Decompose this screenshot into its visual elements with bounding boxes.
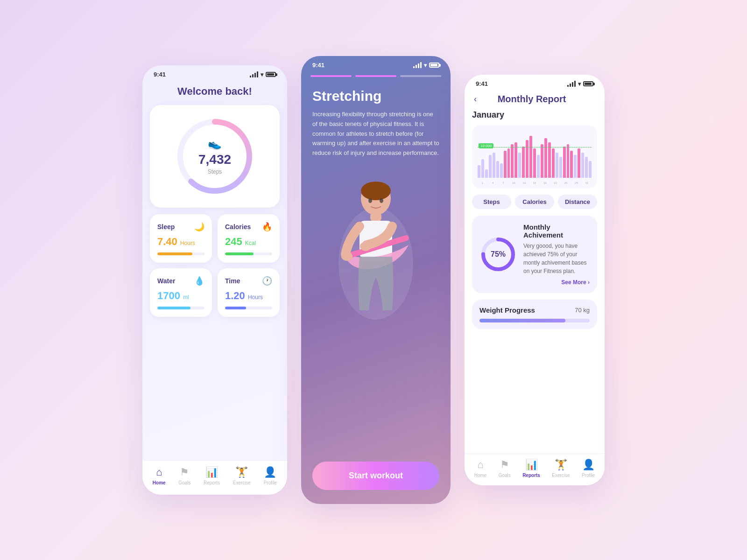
chart-bar-16 <box>533 133 536 178</box>
chart-bar-10 <box>511 133 514 178</box>
filter-distance[interactable]: Distance <box>558 195 597 209</box>
status-bar-3: 9:41 ▾ <box>465 75 605 90</box>
bar-fill-10 <box>511 144 514 178</box>
achievement-description: Very goood, you have achieved 75% of you… <box>523 242 590 275</box>
chart-bar-17 <box>537 133 540 178</box>
steps-card: 👟 7,432 Steps <box>150 105 280 208</box>
bar-fill-2 <box>481 159 484 178</box>
workout-progress-tabs <box>301 71 451 81</box>
chart-bar-1 <box>478 133 480 178</box>
bar-fill-17 <box>537 155 540 178</box>
nav-home-3[interactable]: ⌂ Home <box>474 459 487 478</box>
filter-steps[interactable]: Steps <box>472 195 511 209</box>
achievement-circle: 75% <box>479 236 517 273</box>
nav-reports-3[interactable]: 📊 Reports <box>522 459 540 478</box>
chart-bar-29 <box>581 133 584 178</box>
nav-goals-label-3: Goals <box>499 473 511 478</box>
nav-profile-1[interactable]: 👤 Profile <box>264 466 277 485</box>
chart-bar-6 <box>496 133 499 178</box>
back-button[interactable]: ‹ <box>474 94 477 104</box>
nav-exercise-label-1: Exercise <box>233 480 251 485</box>
steps-label: Steps <box>208 168 222 175</box>
time-2: 9:41 <box>312 62 324 69</box>
start-workout-button[interactable]: Start workout <box>312 462 439 490</box>
clock-icon: 🕐 <box>262 276 272 286</box>
wifi-icon-3: ▾ <box>578 81 581 87</box>
signal-icon-1 <box>250 71 258 77</box>
nav-reports-1[interactable]: 📊 Reports <box>204 466 220 485</box>
nav-home-1[interactable]: ⌂ Home <box>153 466 166 485</box>
phone-3: 9:41 ▾ ‹ Monthly Report January 10 000 1… <box>465 75 605 485</box>
bar-fill-4 <box>489 155 492 178</box>
chart-bar-7 <box>500 133 503 178</box>
date-label-1: 1 <box>478 182 487 184</box>
chart-bar-13 <box>522 133 525 178</box>
nav-goals-label-1: Goals <box>178 480 190 485</box>
nav-profile-3[interactable]: 👤 Profile <box>582 459 595 478</box>
chart-bar-20 <box>548 133 551 178</box>
battery-icon-2 <box>429 63 439 68</box>
signal-icon-2 <box>413 62 422 68</box>
chart-bar-19 <box>544 133 547 178</box>
bar-fill-23 <box>559 157 562 178</box>
time-title: Time <box>225 277 240 285</box>
nav-goals-1[interactable]: ⚑ Goals <box>178 466 190 485</box>
nav-goals-3[interactable]: ⚑ Goals <box>499 459 511 478</box>
water-value: 1700 ml <box>157 290 204 302</box>
calories-card: Calories 🔥 245 Kcal <box>218 214 280 263</box>
home-icon-1: ⌂ <box>156 466 162 478</box>
bar-fill-22 <box>556 153 558 178</box>
bar-fill-16 <box>533 148 536 178</box>
chart-bar-4 <box>489 133 492 178</box>
filter-calories[interactable]: Calories <box>515 195 554 209</box>
chart-bar-26 <box>570 133 573 178</box>
footprints-icon: 👟 <box>198 137 231 150</box>
wifi-icon-2: ▾ <box>424 62 427 69</box>
bar-fill-1 <box>478 165 480 178</box>
nav-profile-label-1: Profile <box>264 480 277 485</box>
time-bar <box>225 307 246 309</box>
profile-icon-1: 👤 <box>264 466 276 478</box>
bar-fill-9 <box>507 148 510 178</box>
bar-fill-3 <box>485 169 488 178</box>
signal-icon-3 <box>567 81 576 87</box>
calories-bar <box>225 252 254 255</box>
svg-point-7 <box>341 252 352 261</box>
date-label-22: 22 <box>551 182 560 184</box>
nav-exercise-3[interactable]: 🏋 Exercise <box>552 459 570 478</box>
svg-point-9 <box>368 198 372 203</box>
chart-bar-24 <box>563 133 566 178</box>
goals-icon-1: ⚑ <box>180 466 189 478</box>
chart-bar-12 <box>518 133 521 178</box>
bar-fill-5 <box>493 153 495 178</box>
bar-fill-15 <box>529 136 532 178</box>
battery-icon-3 <box>583 81 593 86</box>
nav-home-label-3: Home <box>474 473 487 478</box>
wifi-icon-1: ▾ <box>261 71 263 78</box>
home-icon-3: ⌂ <box>477 459 483 471</box>
time-value: 1.20 Hours <box>225 290 272 302</box>
chart-bar-2 <box>481 133 484 178</box>
chart-bar-18 <box>541 133 543 178</box>
nav-reports-label-1: Reports <box>204 480 220 485</box>
nav-reports-label-3: Reports <box>522 473 540 478</box>
bar-fill-24 <box>563 147 566 178</box>
start-workout-container: Start workout <box>301 454 451 504</box>
chart-bar-15 <box>529 133 532 178</box>
see-more-button[interactable]: See More › <box>523 279 590 286</box>
svg-rect-5 <box>370 212 381 222</box>
report-title: Monthly Report <box>480 94 595 105</box>
achievement-card: 75% Monthly Achivement Very goood, you h… <box>472 216 597 293</box>
status-icons-3: ▾ <box>567 81 593 87</box>
stats-grid: Sleep 🌙 7.40 Hours Calories 🔥 245 Kcal W… <box>150 214 280 317</box>
calories-value: 245 Kcal <box>225 236 272 248</box>
nav-exercise-1[interactable]: 🏋 Exercise <box>233 466 251 485</box>
svg-point-4 <box>361 182 391 200</box>
steps-center: 👟 7,432 Steps <box>198 137 231 175</box>
report-header: ‹ Monthly Report <box>465 90 605 110</box>
water-bar <box>157 307 190 309</box>
chart-bar-11 <box>514 133 517 178</box>
steps-circle: 👟 7,432 Steps <box>173 114 257 198</box>
bar-fill-28 <box>578 148 580 178</box>
bar-fill-30 <box>585 157 588 178</box>
